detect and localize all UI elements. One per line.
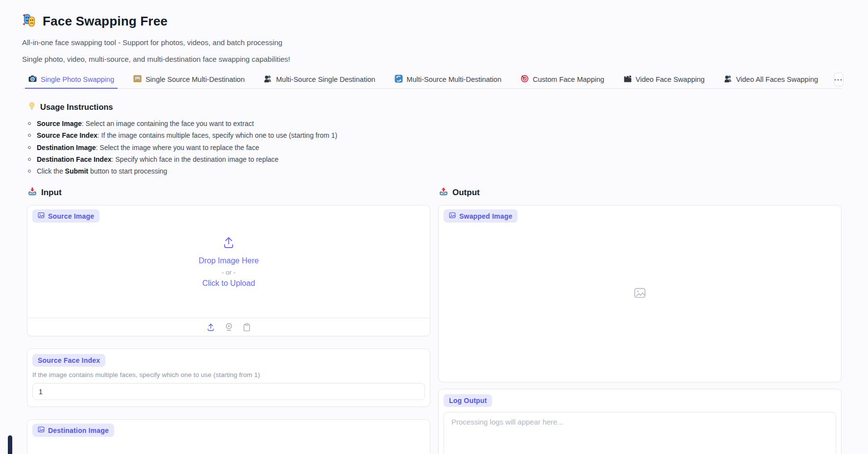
outbox-tray-icon (439, 187, 448, 198)
tab-label: Single Source Multi-Destination (146, 76, 245, 83)
tab-bar: Single Photo Swapping Single Source Mult… (22, 71, 842, 89)
arrows-cycle-icon (395, 75, 403, 84)
tab-single-photo-swapping[interactable]: Single Photo Swapping (25, 71, 118, 89)
list-item: Destination Face Index: Specify which fa… (28, 153, 842, 165)
source-image-label: Source Image (32, 209, 99, 223)
source-face-index-block: Source Face Index If the image contains … (27, 349, 430, 407)
click-to-upload-link[interactable]: Click to Upload (202, 279, 255, 288)
source-image-card: Source Image Drop Image Here - or - Clic… (27, 205, 430, 336)
webcam-source-button[interactable] (224, 322, 234, 332)
inbox-tray-icon (28, 187, 37, 198)
source-face-index-description: If the image contains multiple faces, sp… (32, 371, 425, 378)
input-column: Input Source Image (27, 187, 430, 454)
target-icon (521, 75, 529, 84)
app-subtitle: All-in-one face swapping tool - Support … (22, 38, 842, 47)
image-icon (449, 212, 456, 220)
usage-instructions: Usage Instructions Source Image: Select … (28, 102, 842, 177)
output-heading: Output (452, 188, 480, 198)
tab-video-face-swapping[interactable]: Video Face Swapping (620, 71, 708, 88)
image-placeholder-icon (634, 287, 646, 301)
image-icon (38, 212, 45, 220)
tab-overflow-button[interactable]: ··· (834, 73, 843, 86)
swapped-image-card: Swapped Image (438, 205, 842, 382)
log-output-block: Log Output (438, 389, 842, 454)
tab-video-all-faces-swapping[interactable]: Video All Faces Swapping (720, 71, 821, 88)
clipboard-source-button[interactable] (242, 323, 251, 332)
lightbulb-icon (28, 102, 36, 112)
tab-label: Video All Faces Swapping (736, 76, 818, 83)
destination-image-label: Destination Image (32, 424, 114, 437)
camera-icon (28, 75, 37, 84)
app-header: Face Swapping Free (22, 13, 842, 29)
log-output-textarea[interactable] (444, 412, 836, 454)
upload-arrow-icon (222, 236, 235, 251)
list-item: Destination Image: Select the image wher… (28, 142, 842, 153)
tab-multi-source-multi-destination[interactable]: Multi-Source Multi-Destination (391, 71, 505, 88)
busts-icon (724, 75, 732, 84)
input-heading: Input (41, 188, 62, 198)
clapper-board-icon (623, 75, 632, 84)
image-icon (38, 426, 45, 434)
swapped-image-label: Swapped Image (444, 209, 518, 223)
image-source-toolbar (27, 318, 430, 336)
list-item: Click the Submit button to start process… (28, 165, 842, 177)
list-item: Source Image: Select an image containing… (28, 118, 842, 129)
upload-source-button[interactable] (206, 322, 216, 332)
tab-multi-source-single-destination[interactable]: Multi-Source Single Destination (260, 71, 378, 88)
page-title: Face Swapping Free (43, 14, 168, 29)
tab-label: Single Photo Swapping (41, 76, 114, 83)
or-text: - or - (222, 269, 236, 276)
source-face-index-label: Source Face Index (32, 354, 105, 367)
theater-masks-icon (22, 13, 37, 29)
tab-custom-face-mapping[interactable]: Custom Face Mapping (517, 71, 608, 88)
left-edge-dark-strip (8, 435, 12, 454)
tab-single-source-multi-destination[interactable]: Single Source Multi-Destination (130, 71, 248, 88)
output-column: Output Swapped Image (438, 187, 842, 454)
source-face-index-input[interactable] (32, 383, 425, 400)
busts-icon (264, 75, 272, 84)
list-item: Source Face Index: If the image contains… (28, 129, 842, 141)
instructions-list: Source Image: Select an image containing… (28, 118, 842, 177)
tab-label: Custom Face Mapping (533, 76, 604, 83)
drop-image-text: Drop Image Here (198, 256, 259, 265)
log-output-label: Log Output (444, 394, 492, 407)
destination-image-card: Destination Image Drop Image Here - or - (27, 419, 430, 454)
tab-label: Multi-Source Multi-Destination (407, 76, 501, 83)
app-tagline: Single photo, video, multi-source, and m… (22, 55, 842, 63)
tab-label: Video Face Swapping (636, 76, 705, 83)
framed-picture-icon (133, 75, 142, 84)
tab-label: Multi-Source Single Destination (276, 76, 375, 83)
instructions-heading: Usage Instructions (40, 102, 113, 112)
